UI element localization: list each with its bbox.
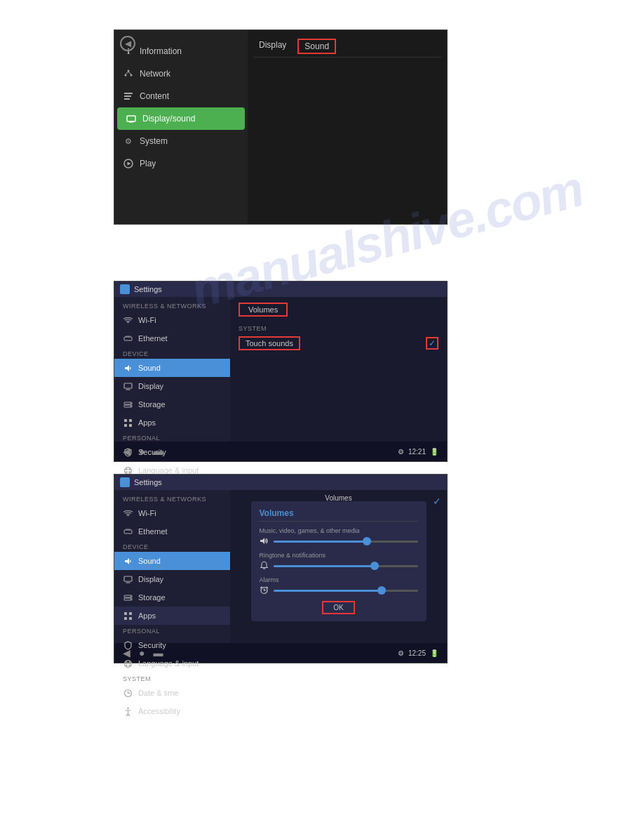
s3-nav-wifi[interactable]: Wi-Fi [114,504,230,522]
s3-language-icon [123,658,133,668]
wifi-icon [123,315,133,325]
back-button[interactable]: ◀ [120,36,135,51]
volumes-button[interactable]: Volumes [239,303,288,317]
ethernet-icon [123,333,133,343]
ringtone-slider-fill [274,565,375,567]
music-slider-label: Music, video, games, & other media [260,527,418,534]
svg-point-51 [126,660,130,667]
svg-rect-24 [129,419,132,422]
s3-storage-label: Storage [138,593,166,602]
s3-time: 12:25 [408,649,426,657]
alarm-slider-row [260,585,418,595]
s3-nav-display[interactable]: Display [114,570,230,588]
s2-nav-storage[interactable]: Storage [114,395,230,413]
s3-sidebar: WIRELESS & NETWORKS Wi-Fi [114,490,230,643]
ringtone-slider-track[interactable] [274,565,418,567]
s3-nav-datetime[interactable]: Date & time [114,684,230,702]
s2-nav-apps[interactable]: Apps [114,413,230,432]
ringtone-slider-section: Ringtone & notifications [260,552,418,571]
s3-wireless-label: WIRELESS & NETWORKS [114,493,230,504]
s2-nav-wifi[interactable]: Wi-Fi [114,311,230,329]
back-nav-btn[interactable]: ◀ [123,446,130,457]
s3-settings-icon [120,477,130,487]
touch-sounds-checkbox[interactable]: ✓ [426,337,438,350]
sidebar-item-play[interactable]: Play [114,152,248,175]
s2-display-label: Display [138,382,163,390]
tab-sound[interactable]: Sound [297,39,336,54]
s3-back-nav-btn[interactable]: ◀ [123,647,130,658]
s3-ethernet-label: Ethernet [138,527,168,536]
svg-point-45 [130,598,131,600]
svg-point-44 [130,595,131,597]
s3-accessibility-label: Accessibility [138,707,180,715]
s2-content-system-label: SYSTEM [239,325,438,332]
s3-apps-icon [123,611,133,621]
sidebar-item-play-label: Play [140,159,156,168]
s3-nav-accessibility[interactable]: Accessibility [114,702,230,720]
alarm-slider-fill [274,590,382,592]
alarm-slider-thumb[interactable] [377,586,386,595]
system-icon: ⚙ [123,135,134,147]
display-sound-icon [126,113,137,124]
svg-point-1 [125,74,127,77]
svg-line-4 [128,72,131,74]
sidebar-item-information-label: Information [140,46,182,56]
s2-nav-sound[interactable]: Sound [114,359,230,377]
svg-rect-25 [124,424,127,427]
sidebar-item-display-sound-label: Display/sound [142,114,195,124]
s3-topbar: Settings [114,475,447,490]
music-slider-track[interactable] [274,541,418,543]
svg-rect-47 [129,612,132,615]
svg-point-57 [127,707,129,709]
s2-ethernet-label: Ethernet [138,334,168,343]
home-nav-btn[interactable]: ● [139,446,145,457]
svg-point-2 [130,74,133,77]
s2-personal-label: PERSONAL [114,432,230,443]
s3-system-label: SYSTEM [114,673,230,684]
s3-home-nav-btn[interactable]: ● [139,647,145,658]
music-slider-row [260,536,418,546]
recent-nav-btn[interactable]: ▬ [153,446,163,457]
alarm-slider-track[interactable] [274,590,418,592]
svg-point-50 [124,660,131,667]
s1-tab-row: Display Sound [253,36,441,58]
s2-nav-ethernet[interactable]: Ethernet [114,329,230,348]
volumes-dialog: Volumes Music, video, games, & other med… [251,501,427,621]
music-slider-fill [274,541,368,543]
sidebar-item-display-sound[interactable]: Display/sound [117,107,245,130]
s3-accessibility-icon [123,706,133,716]
sidebar-item-content[interactable]: Content [114,85,248,107]
svg-rect-5 [124,93,133,94]
s2-nav-buttons: ◀ ● ▬ [123,446,163,457]
svg-rect-40 [124,576,132,581]
sidebar-item-network[interactable]: Network [114,62,248,85]
ringtone-slider-thumb[interactable] [370,562,379,570]
s2-nav-display[interactable]: Display [114,377,230,395]
s2-content-area: Volumes SYSTEM Touch sounds ✓ [230,297,447,442]
battery-icon: 🔋 [430,448,438,456]
svg-rect-12 [124,337,132,340]
s3-nav-storage[interactable]: Storage [114,588,230,607]
svg-rect-23 [124,419,127,422]
svg-marker-11 [128,162,131,166]
volumes-dialog-title: Volumes [260,508,418,522]
svg-point-21 [130,402,131,404]
svg-rect-6 [124,95,131,97]
music-slider-thumb[interactable] [363,537,371,545]
s3-nav-buttons: ◀ ● ▬ [123,647,163,658]
svg-rect-7 [124,98,130,100]
sidebar-item-content-label: Content [140,91,169,101]
ringtone-icon [260,561,269,571]
s3-nav-ethernet[interactable]: Ethernet [114,522,230,541]
sidebar-item-system[interactable]: ⚙ System [114,130,248,152]
tab-display[interactable]: Display [253,39,292,54]
s3-nav-apps[interactable]: Apps [114,607,230,625]
svg-marker-58 [260,538,264,544]
s3-nav-sound[interactable]: Sound [114,552,230,570]
volumes-ok-button[interactable]: OK [322,601,354,614]
s3-recent-nav-btn[interactable]: ▬ [153,647,163,658]
checkbox-checkmark: ✓ [429,338,436,348]
sidebar-item-network-label: Network [140,69,170,79]
s2-title: Settings [134,285,162,293]
music-slider-section: Music, video, games, & other media [260,527,418,546]
